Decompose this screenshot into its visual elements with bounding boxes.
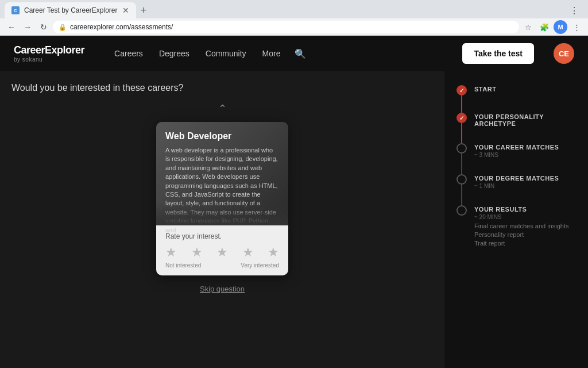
left-panel: Would you be interested in these careers… [0,71,444,368]
new-tab-button[interactable]: + [136,2,152,18]
step-indicator-personality [456,113,467,143]
step-line-personality [461,123,462,143]
step-content-results: YOUR RESULTS ~ 20 MINS Final career matc… [474,205,577,263]
browser-chrome: C Career Test by CareerExplorer ✕ + ⋮ ← … [0,0,588,36]
star-button[interactable]: ☆ [521,20,535,34]
logo[interactable]: CareerExplorer by sokanu [14,44,84,63]
browser-actions: ☆ 🧩 M ⋮ [521,20,583,34]
forward-button[interactable]: → [21,20,34,34]
search-icon[interactable]: 🔍 [290,44,311,64]
step-detail-1: Final career matches and insights [474,223,577,229]
take-test-button[interactable]: Take the test [462,43,534,64]
back-button[interactable]: ← [5,20,18,34]
user-avatar[interactable]: CE [554,43,574,64]
step-content-personality: YOUR PERSONALITY ARCHETYPE [474,113,577,143]
card-fade [156,202,288,225]
step-time-results: ~ 20 MINS [474,214,577,220]
step-label-personality: YOUR PERSONALITY ARCHETYPE [474,113,577,127]
stars-row: ★ ★ ★ ★ ★ [165,245,279,260]
nav-links: Careers Degrees Community More 🔍 [107,44,448,64]
step-indicator-degree-matches [456,174,467,205]
step-details-results: Final career matches and insights Person… [474,223,577,247]
nav-link-more[interactable]: More [256,44,288,63]
step-label-career-matches: YOUR CAREER MATCHES [474,144,577,151]
sidebar-step-results: YOUR RESULTS ~ 20 MINS Final career matc… [456,205,577,263]
step-line-degree-matches [461,185,462,205]
rating-label-very-interested: Very interested [241,262,279,269]
step-circle-results [457,205,467,216]
main-content: Would you be interested in these careers… [0,71,588,368]
star-3[interactable]: ★ [216,245,228,260]
sidebar-step-start: START [456,85,577,113]
step-circle-degree-matches [457,174,467,185]
step-content-start: START [474,85,577,113]
step-content-degree-matches: YOUR DEGREE MATCHES ~ 1 MIN [474,174,577,205]
step-indicator-start [456,85,467,113]
browser-tabs: C Career Test by CareerExplorer ✕ + ⋮ [0,0,588,18]
address-text: careerexplorer.com/assessments/ [70,23,173,31]
step-circle-personality [457,113,467,123]
step-time-degree-matches: ~ 1 MIN [474,183,577,189]
question-title: Would you be interested in these careers… [11,83,183,93]
sidebar-step-degree-matches: YOUR DEGREE MATCHES ~ 1 MIN [456,174,577,205]
chevron-up-icon[interactable]: ⌃ [218,102,227,115]
window-menu-button[interactable]: ⋮ [565,3,583,18]
browser-toolbar: ← → ↻ 🔒 careerexplorer.com/assessments/ … [0,18,588,36]
sidebar-step-personality: YOUR PERSONALITY ARCHETYPE [456,113,577,143]
rating-labels-row: Not interested Very interested [165,262,279,269]
logo-sub: by sokanu [14,56,84,63]
career-card: Web Developer A web developer is a profe… [156,122,288,275]
navbar: CareerExplorer by sokanu Careers Degrees… [0,36,588,71]
step-circle-career-matches [457,143,467,154]
address-bar[interactable]: 🔒 careerexplorer.com/assessments/ [53,21,519,33]
tab-close-button[interactable]: ✕ [122,6,129,15]
step-detail-3: Trait report [474,240,577,247]
browser-tab-active[interactable]: C Career Test by CareerExplorer ✕ [5,2,136,18]
menu-button[interactable]: ⋮ [570,20,583,34]
step-detail-2: Personality report [474,231,577,238]
step-line-career-matches [461,154,462,174]
rating-label-not-interested: Not interested [165,262,201,269]
step-time-career-matches: ~ 3 MINS [474,152,577,158]
lock-icon: 🔒 [59,24,67,31]
profile-button[interactable]: M [554,20,567,34]
card-title: Web Developer [165,131,279,141]
step-content-career-matches: YOUR CAREER MATCHES ~ 3 MINS [474,143,577,174]
app: CareerExplorer by sokanu Careers Degrees… [0,36,588,368]
step-label-degree-matches: YOUR DEGREE MATCHES [474,175,577,182]
skip-question-link[interactable]: Skip question [200,285,245,293]
right-sidebar: START YOUR PERSONALITY ARCHETYPE [444,71,588,368]
step-indicator-career-matches [456,143,467,174]
extension-button[interactable]: 🧩 [537,20,551,34]
star-4[interactable]: ★ [242,245,254,260]
card-image-area: Web Developer A web developer is a profe… [156,122,288,225]
star-5[interactable]: ★ [268,245,279,260]
step-label-results: YOUR RESULTS [474,206,577,213]
nav-link-careers[interactable]: Careers [107,44,150,63]
step-line-start [461,95,462,113]
step-indicator-results [456,205,467,263]
tab-favicon: C [11,6,20,14]
tab-title: Career Test by CareerExplorer [24,6,118,14]
sidebar-step-career-matches: YOUR CAREER MATCHES ~ 3 MINS [456,143,577,174]
logo-text: CareerExplorer [14,44,84,56]
refresh-button[interactable]: ↻ [37,20,51,34]
star-2[interactable]: ★ [191,245,203,260]
step-label-start: START [474,86,577,93]
nav-link-community[interactable]: Community [199,44,253,63]
star-1[interactable]: ★ [165,245,177,260]
step-circle-start [457,85,467,95]
nav-link-degrees[interactable]: Degrees [152,44,196,63]
